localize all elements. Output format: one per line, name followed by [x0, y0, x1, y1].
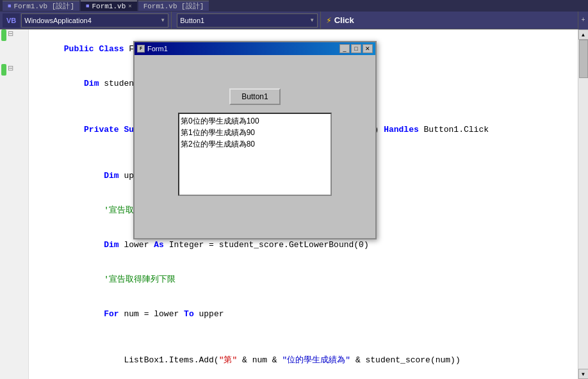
control-dropdown[interactable]: Button1 ▼ [177, 13, 318, 28]
scroll-up-button[interactable]: ▲ [578, 29, 589, 40]
gutter-indicator-1 [1, 29, 6, 41]
tab-form1-design-2[interactable]: Form1.vb [設計] [138, 1, 209, 11]
tab-form1-design-1[interactable]: ■ Form1.vb [設計] [3, 1, 79, 11]
form1-ctrl-buttons: _ □ ✕ [339, 44, 373, 53]
form1-title-text: Form1 [147, 45, 337, 52]
tab-label-1: Form1.vb [設計] [13, 1, 74, 11]
tab-form1-vb[interactable]: ■ Form1.vb ✕ [81, 1, 137, 11]
tab-icon-2: ■ [86, 3, 89, 10]
expand-button[interactable]: + [578, 12, 588, 29]
vb-icon-label: VB [3, 13, 20, 28]
code-line-9: '宣告取得陣列下限 [34, 262, 573, 297]
project-dropdown-arrow: ▼ [160, 17, 165, 23]
form1-button1[interactable]: Button1 [229, 88, 281, 105]
project-dropdown[interactable]: WindowsApplication4 ▼ [21, 13, 168, 28]
scroll-track[interactable] [578, 40, 588, 369]
control-name: Button1 [180, 17, 204, 24]
project-name: WindowsApplication4 [24, 17, 92, 24]
project-section: VB WindowsApplication4 ▼ [0, 12, 172, 29]
tab-label-3: Form1.vb [設計] [143, 1, 204, 11]
form1-close-button[interactable]: ✕ [363, 44, 373, 53]
code-indent-1 [64, 79, 84, 88]
vertical-scrollbar[interactable]: ▲ ▼ [578, 29, 588, 379]
form1-minimize-button[interactable]: _ [339, 44, 350, 53]
gutter-indicator-2 [1, 64, 6, 76]
code-line-12: ListBox1.Items.Add("第" & num & "位的學生成績為"… [34, 343, 573, 378]
event-section: ⚡ Click [321, 12, 359, 29]
code-line-11 [34, 332, 573, 343]
control-section: Button1 ▼ [172, 12, 321, 29]
event-name: Click [334, 15, 354, 25]
form1-window: F Form1 _ □ ✕ Button1 [133, 41, 377, 239]
lightning-icon: ⚡ [326, 15, 331, 26]
form1-listbox[interactable]: 第0位的學生成績為100 第1位的學生成績為90 第2位的學生成績為80 [178, 113, 332, 196]
vb-icon: VB [6, 17, 16, 24]
title-bar: ■ Form1.vb [設計] ■ Form1.vb ✕ Form1.vb [設… [0, 0, 588, 12]
toolbar: VB WindowsApplication4 ▼ Button1 ▼ ⚡ Cli… [0, 12, 588, 29]
expand-icon: + [581, 17, 585, 24]
listbox-item-0: 第0位的學生成績為100 [181, 115, 329, 127]
code-line-10: For num = lower To upper [34, 297, 573, 332]
tab-icon-1: ■ [8, 3, 11, 10]
form1-icon: F [137, 45, 145, 52]
tab-label-2: Form1.vb [92, 3, 126, 10]
kw-class: Class [99, 44, 129, 54]
scroll-down-button[interactable]: ▼ [578, 369, 589, 379]
comment-2: '宣告取得陣列下限 [104, 275, 176, 284]
line-gutter: ⊟ ⊟ [0, 29, 29, 379]
collapse-btn-2[interactable]: ⊟ [8, 64, 13, 72]
kw-public: Public [64, 44, 99, 54]
listbox-item-1: 第1位的學生成績為90 [181, 127, 329, 138]
code-editor[interactable]: Public Class Form1 Dim student_score() A… [29, 29, 578, 379]
collapse-btn-1[interactable]: ⊟ [8, 29, 13, 38]
form1-titlebar: F Form1 _ □ ✕ [135, 42, 375, 55]
listbox-item-2: 第2位的學生成績為80 [181, 138, 329, 150]
scroll-thumb[interactable] [579, 40, 588, 78]
form1-body: Button1 第0位的學生成績為100 第1位的學生成績為90 第2位的學生成… [135, 55, 375, 209]
form1-maximize-button[interactable]: □ [351, 44, 361, 53]
editor-area: ⊟ ⊟ Public Class Form1 Dim student_score… [0, 29, 588, 379]
kw-dim: Dim [84, 79, 104, 88]
tab-close-button[interactable]: ✕ [128, 3, 131, 10]
control-dropdown-arrow: ▼ [309, 17, 314, 23]
